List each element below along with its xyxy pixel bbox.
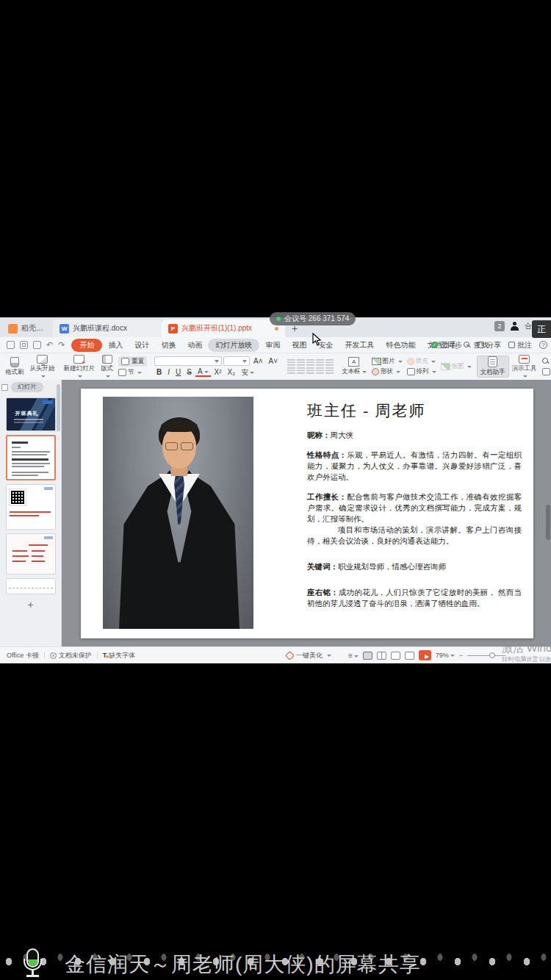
nickname-row: 昵称：周大侠 (307, 430, 522, 441)
fill-button: 填充 (407, 357, 436, 366)
slide-text-block[interactable]: 班主任 - 周老师 昵称：周大侠 性格特点：乐观，平易近人。有激情，活力四射。有… (307, 400, 522, 609)
notes-toggle[interactable]: ≡ (348, 652, 359, 660)
reset-button[interactable]: 重置 (118, 356, 147, 367)
text-effect-button[interactable]: 安 (239, 367, 256, 378)
slide-thumbnail-2-selected[interactable] (6, 435, 56, 480)
new-slide-button[interactable]: 新建幻灯片 (61, 355, 98, 378)
bold-button[interactable]: B (154, 368, 164, 376)
section-button[interactable]: 节 (118, 368, 147, 377)
work-area: 幻灯片 开班典礼 (0, 380, 551, 646)
unsaved-dot (275, 327, 278, 331)
superscript-button[interactable]: X² (212, 368, 224, 376)
dashed-line (9, 588, 53, 588)
format-painter-button[interactable]: 格式刷 (2, 355, 27, 378)
thumb-logo (44, 536, 53, 539)
slideshow-play-button[interactable] (419, 650, 431, 660)
increase-font-button[interactable]: A˄ (251, 357, 265, 365)
presentation-tools-button[interactable]: 演示工具 (509, 355, 540, 378)
share-button[interactable]: 分享 (478, 340, 501, 350)
canvas-scrollbar[interactable] (545, 387, 550, 639)
current-slide[interactable]: 班主任 - 周老师 昵称：周大侠 性格特点：乐观，平易近人。有激情，活力四射。有… (81, 389, 533, 638)
panel-scrollbar[interactable] (57, 384, 60, 431)
slide-thumbnail-4[interactable] (6, 533, 56, 574)
ribbon-tab-view[interactable]: 视图 (286, 339, 312, 351)
ribbon-tab-review[interactable]: 审阅 (259, 339, 286, 351)
redo-icon[interactable]: ↷ (58, 341, 65, 349)
add-slide-button[interactable]: + (6, 599, 56, 610)
thumb-subtitle-lines (14, 419, 43, 420)
doc-assistant-icon (488, 356, 497, 367)
wps-window: 稻壳模板 W 兴鹏班课程.docx P 兴鹏班开班(1)(1).pptx + 2… (0, 317, 551, 663)
help-button[interactable]: ? (539, 341, 547, 349)
font-size-select[interactable] (223, 356, 250, 366)
collaborator-count-badge[interactable]: 2 (494, 321, 505, 331)
subscript-button[interactable]: X₂ (226, 368, 238, 376)
slide-sorter-view-button[interactable] (377, 652, 386, 660)
ribbon-tab-home[interactable]: 开始 (71, 339, 102, 352)
motto-row: 座右铭：成功的花儿，人们只惊羡了它绽放时的美丽， 然而当初他的芽儿浸透了奋斗的泪… (307, 587, 522, 609)
zoom-slider-knob[interactable] (489, 652, 495, 658)
arrange-button[interactable]: 排列 (407, 367, 436, 376)
slide-thumbnail-3[interactable] (6, 484, 56, 530)
slide-thumbnail-5[interactable] (6, 578, 56, 594)
tab-template-store[interactable]: 稻壳模板 (1, 320, 53, 337)
slide-thumbnail-1[interactable]: 开班典礼 (6, 397, 56, 431)
notes-page-view-button[interactable] (405, 652, 414, 660)
office-lag-indicator[interactable]: Office 卡顿 (1, 651, 44, 660)
italic-button[interactable]: I (165, 368, 172, 376)
strikethrough-button[interactable]: S (184, 368, 194, 376)
find-icon (542, 358, 550, 365)
meeting-badge[interactable]: 会议号 266 371 574 (270, 312, 356, 325)
tab-docx[interactable]: W 兴鹏班课程.docx (53, 320, 162, 337)
decrease-font-button[interactable]: A˅ (267, 357, 281, 365)
reading-view-button[interactable] (391, 652, 400, 660)
ribbon-tab-transition[interactable]: 切换 (155, 339, 181, 351)
print-preview-icon[interactable] (33, 341, 41, 349)
ribbon-tab-devtools[interactable]: 开发工具 (339, 339, 380, 351)
collab-label[interactable]: 合 (525, 321, 532, 331)
photo-glasses (165, 442, 194, 450)
sync-status-button[interactable]: ✓ 已同步 (431, 340, 470, 350)
one-click-beautify-button[interactable]: 一键美化 (287, 651, 331, 660)
font-family-select[interactable] (154, 356, 222, 366)
slides-tab[interactable]: 幻灯片 (11, 382, 43, 392)
ribbon-tab-design[interactable]: 设计 (129, 339, 155, 351)
layout-icon (102, 355, 112, 364)
account-icon[interactable] (511, 322, 519, 331)
layout-button[interactable]: 版式 (98, 355, 116, 378)
play-from-start-button[interactable]: 从头开始 (27, 355, 58, 378)
ribbon-tab-slideshow[interactable]: 幻灯片放映 (208, 339, 259, 352)
missing-font-indicator[interactable]: T 缺失字体 (98, 651, 141, 660)
photo-fringe (161, 420, 198, 432)
doc-assistant-button[interactable]: 文档助手 (477, 356, 509, 378)
zoom-level[interactable]: 79% (436, 652, 455, 659)
beautify-icon (285, 651, 295, 660)
print-icon[interactable] (20, 341, 28, 349)
ribbon-tab-animation[interactable]: 动画 (181, 339, 208, 351)
ribbon-tab-insert[interactable]: 插入 (102, 339, 129, 351)
microphone-icon[interactable] (22, 948, 44, 978)
doc-protect-indicator[interactable]: ✕ 文档未保护 (45, 651, 97, 660)
tab-pptx-active[interactable]: P 兴鹏班开班(1)(1).pptx (162, 320, 285, 337)
zoom-out-button[interactable]: − (459, 652, 463, 659)
word-file-icon: W (60, 324, 69, 334)
ribbon-tab-features[interactable]: 特色功能 (380, 339, 421, 351)
undo-icon[interactable]: ↶ (46, 341, 53, 349)
normal-view-button[interactable] (363, 652, 372, 660)
replace-icon (542, 368, 550, 375)
zoom-slider[interactable] (467, 655, 505, 656)
comment-button[interactable]: 批注 (508, 340, 532, 350)
find-button[interactable]: 查找 (542, 357, 551, 366)
picture-button[interactable]: 图片 (372, 357, 403, 366)
save-icon[interactable] (7, 341, 15, 349)
underline-button[interactable]: U (173, 368, 183, 376)
replace-button[interactable]: 替换 (542, 367, 551, 376)
font-color-button[interactable]: A (195, 367, 211, 377)
text-box-button[interactable]: A 文本框 (339, 355, 370, 378)
quick-access-toolbar: ↶ ↷ (0, 341, 71, 349)
shape-button[interactable]: 形状 (372, 367, 403, 376)
canvas-scrollbar-thumb[interactable] (546, 505, 550, 540)
matting-button: 抠图 (441, 362, 472, 371)
share-caption: 金信润天～周老师(周大侠)的屏幕共享 (65, 951, 421, 979)
outline-tab-icon[interactable] (1, 384, 8, 391)
